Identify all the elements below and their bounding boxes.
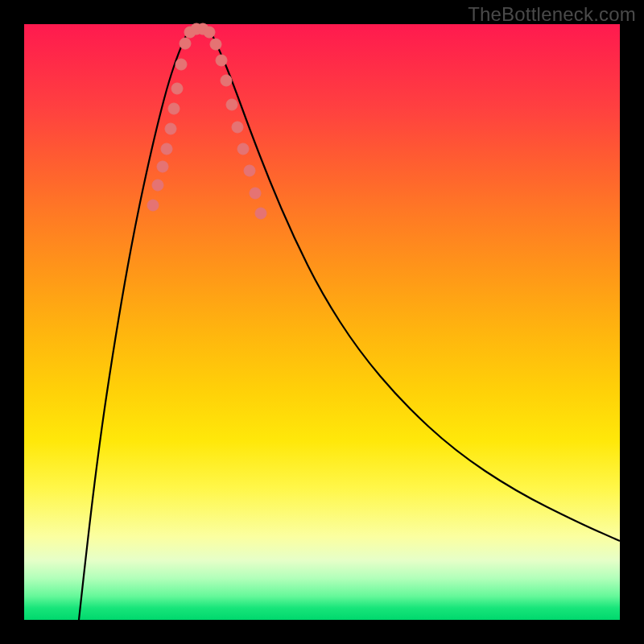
data-dot [165,123,176,134]
data-dot [216,55,227,66]
data-dot [221,75,232,86]
data-dot [175,59,187,70]
data-dot [147,200,159,211]
data-dot [204,27,215,38]
chart-svg [24,24,620,620]
data-dots [147,23,266,219]
data-dot [250,188,261,199]
data-dot [161,143,172,155]
data-dot [171,83,183,94]
data-dot [157,161,168,172]
right-curve [211,32,620,541]
data-dot [232,122,243,133]
data-dot [168,103,180,114]
data-dot [237,143,249,155]
left-curve [79,32,188,620]
data-dot [255,208,266,219]
data-dot [226,99,237,110]
chart-frame: TheBottleneck.com [0,0,644,644]
data-dot [180,38,191,49]
data-dot [210,39,221,50]
watermark-text: TheBottleneck.com [468,3,636,26]
data-dot [244,165,255,176]
data-dot [152,180,163,191]
